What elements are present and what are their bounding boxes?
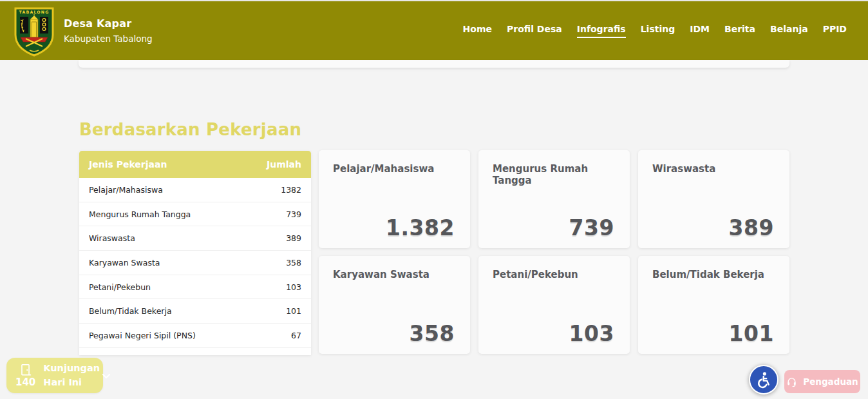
occupation-cards-grid: Pelajar/Mahasiswa1.382Mengurus Rumah Tan… — [319, 150, 789, 354]
nav-item-infografis[interactable]: Infografis — [577, 24, 626, 38]
stat-card-value: 358 — [410, 321, 455, 346]
stat-card-label: Petani/Pekebun — [493, 269, 616, 280]
stat-card-karyawan-swasta: Karyawan Swasta358 — [319, 256, 470, 354]
door-icon — [19, 364, 32, 377]
site-subtitle: Kabupaten Tabalong — [64, 34, 153, 44]
stat-card-label: Pelajar/Mahasiswa — [333, 163, 456, 175]
occupation-count: 67 — [291, 331, 301, 340]
table-row-belum-tidak-bekerja: Belum/Tidak Bekerja101 — [79, 299, 311, 324]
visitor-label: Kunjungan Hari Ini — [43, 362, 100, 389]
column-header-jenis-pekerjaan: Jenis Pekerjaan — [89, 159, 167, 170]
occupation-name: Mengurus Rumah Tangga — [89, 209, 191, 219]
occupation-table-body: Pelajar/Mahasiswa1382Mengurus Rumah Tang… — [79, 178, 311, 348]
nav-item-belanja[interactable]: Belanja — [770, 24, 808, 38]
occupation-count: 1382 — [281, 185, 301, 195]
stat-card-label: Karyawan Swasta — [333, 269, 456, 280]
stat-card-belum-tidak-bekerja: Belum/Tidak Bekerja101 — [638, 256, 789, 354]
occupation-name: Pegawai Negeri Sipil (PNS) — [89, 331, 196, 340]
occupation-name: Pelajar/Mahasiswa — [89, 185, 163, 195]
visitor-count: 140 — [15, 378, 35, 387]
occupation-name: Karyawan Swasta — [89, 258, 160, 268]
occupation-name: Wiraswasta — [89, 233, 135, 243]
page: TABALONG Desa Kapar Kabupaten Tabalong — [0, 0, 868, 399]
accessibility-button[interactable] — [749, 365, 778, 394]
occupation-count: 103 — [286, 282, 301, 292]
nav-item-berita[interactable]: Berita — [724, 24, 755, 38]
occupation-count: 101 — [286, 306, 301, 316]
tabalong-crest-logo: TABALONG — [13, 5, 55, 57]
scrolled-card-remnant — [79, 60, 789, 68]
stat-card-value: 1.382 — [386, 215, 455, 240]
occupation-count: 389 — [286, 233, 301, 243]
site-header: TABALONG Desa Kapar Kabupaten Tabalong — [0, 1, 868, 60]
table-row-wiraswasta: Wiraswasta389 — [79, 226, 311, 251]
table-row-mengurus-rumah-tangga: Mengurus Rumah Tangga739 — [79, 202, 311, 227]
occupation-count: 739 — [286, 209, 301, 219]
brand-text: Desa Kapar Kabupaten Tabalong — [64, 17, 153, 44]
table-row-petani-pekebun: Petani/Pekebun103 — [79, 275, 311, 300]
stat-card-value: 103 — [569, 321, 614, 346]
nav-item-idm[interactable]: IDM — [690, 24, 710, 38]
nav-item-ppid[interactable]: PPID — [823, 24, 847, 38]
occupation-table: Jenis Pekerjaan Jumlah Pelajar/Mahasiswa… — [79, 151, 311, 355]
occupation-name: Belum/Tidak Bekerja — [89, 306, 172, 316]
nav-item-profil-desa[interactable]: Profil Desa — [507, 24, 562, 38]
stat-card-value: 101 — [729, 321, 774, 346]
stat-card-label: Mengurus Rumah Tangga — [493, 163, 616, 186]
stat-card-value: 389 — [729, 215, 774, 240]
nav-item-home[interactable]: Home — [463, 24, 492, 38]
visitor-count-block: 140 — [15, 364, 35, 387]
chevron-down-icon[interactable] — [100, 369, 113, 382]
occupation-table-header: Jenis Pekerjaan Jumlah — [79, 151, 311, 178]
site-brand[interactable]: TABALONG Desa Kapar Kabupaten Tabalong — [13, 5, 153, 57]
occupation-name: Petani/Pekebun — [89, 282, 151, 292]
table-row-pelajar-mahasiswa: Pelajar/Mahasiswa1382 — [79, 178, 311, 202]
stat-card-petani-pekebun: Petani/Pekebun103 — [478, 256, 630, 354]
stat-card-wiraswasta: Wiraswasta389 — [638, 150, 789, 248]
section-title: Berdasarkan Pekerjaan — [79, 120, 301, 139]
table-row-pegawai-negeri-sipil-pns: Pegawai Negeri Sipil (PNS)67 — [79, 324, 311, 348]
visitor-counter-widget[interactable]: 140 Kunjungan Hari Ini — [6, 358, 103, 393]
visitor-label-line1: Kunjungan — [43, 362, 100, 375]
table-row-karyawan-swasta: Karyawan Swasta358 — [79, 251, 311, 275]
column-header-jumlah: Jumlah — [267, 159, 301, 170]
site-title: Desa Kapar — [64, 17, 153, 30]
main-nav: HomeProfil DesaInfografisListingIDMBerit… — [463, 24, 847, 38]
visitor-label-line2: Hari Ini — [43, 376, 100, 389]
stat-card-pelajar-mahasiswa: Pelajar/Mahasiswa1.382 — [319, 150, 470, 248]
headset-icon — [786, 376, 797, 387]
svg-text:TABALONG: TABALONG — [19, 10, 50, 14]
pengaduan-button[interactable]: Pengaduan — [784, 370, 860, 393]
occupation-count: 358 — [286, 258, 301, 268]
wheelchair-accessibility-icon — [755, 371, 773, 389]
stat-card-value: 739 — [569, 215, 614, 240]
stat-card-mengurus-rumah-tangga: Mengurus Rumah Tangga739 — [478, 150, 630, 248]
stat-card-label: Wiraswasta — [652, 163, 775, 175]
nav-item-listing[interactable]: Listing — [641, 24, 675, 38]
pengaduan-label: Pengaduan — [803, 376, 858, 387]
stat-card-label: Belum/Tidak Bekerja — [652, 269, 775, 280]
